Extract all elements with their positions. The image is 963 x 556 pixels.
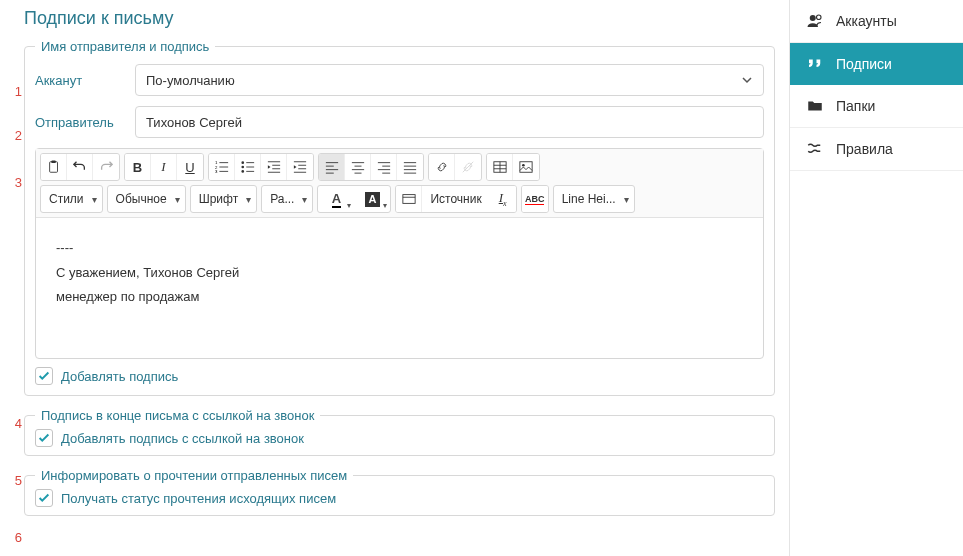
folder-icon	[806, 97, 824, 115]
italic-icon[interactable]: I	[151, 154, 177, 180]
lineheight-dropdown[interactable]: Line Hei...▾	[554, 186, 634, 212]
source-button-label: Источник	[430, 192, 481, 206]
source-button[interactable]: Источник	[422, 186, 489, 212]
font-dropdown[interactable]: Шрифт▾	[191, 186, 256, 212]
align-center-icon[interactable]	[345, 154, 371, 180]
chevron-down-icon: ▾	[383, 201, 387, 210]
unlink-icon[interactable]	[455, 154, 481, 180]
group-sender-legend: Имя отправителя и подпись	[35, 39, 215, 54]
size-dropdown[interactable]: Ра...▾	[262, 186, 312, 212]
sidebar: Аккаунты Подписи Папки Правила	[789, 0, 963, 556]
align-left-icon[interactable]	[319, 154, 345, 180]
sidebar-item-folders[interactable]: Папки	[790, 85, 963, 128]
chevron-down-icon: ▾	[347, 201, 351, 210]
add-signature-checkbox[interactable]	[35, 367, 53, 385]
check-icon	[37, 491, 51, 505]
sender-input[interactable]	[135, 106, 764, 138]
group-read-receipt-legend: Информировать о прочтении отправленных п…	[35, 468, 353, 483]
align-right-icon[interactable]	[371, 154, 397, 180]
account-select-value: По-умолчанию	[146, 73, 235, 88]
group-call-link: Подпись в конце письма с ссылкой на звон…	[24, 408, 775, 456]
styles-dropdown-label: Стили	[49, 192, 84, 206]
chevron-down-icon: ▾	[175, 194, 180, 205]
read-receipt-checkbox[interactable]	[35, 489, 53, 507]
chevron-down-icon: ▾	[92, 194, 97, 205]
svg-point-10	[241, 166, 244, 169]
sidebar-item-accounts[interactable]: Аккаунты	[790, 0, 963, 43]
indent-icon[interactable]	[287, 154, 313, 180]
list-bullet-icon[interactable]	[235, 154, 261, 180]
marker-4: 4	[6, 416, 22, 431]
font-dropdown-label: Шрифт	[199, 192, 238, 206]
add-signature-label: Добавлять подпись	[61, 369, 178, 384]
svg-rect-43	[520, 162, 532, 173]
svg-point-48	[817, 15, 822, 20]
text-color-button[interactable]: A▾	[318, 186, 354, 212]
marker-2: 2	[6, 128, 22, 143]
editor-toolbar: B I U 123	[36, 149, 763, 218]
bold-icon[interactable]: B	[125, 154, 151, 180]
svg-point-8	[241, 161, 244, 164]
svg-rect-0	[49, 162, 57, 173]
sidebar-item-rules[interactable]: Правила	[790, 128, 963, 171]
svg-rect-1	[51, 160, 55, 163]
marker-6: 6	[6, 530, 22, 545]
sidebar-item-label: Папки	[836, 98, 875, 114]
marker-1: 1	[6, 84, 22, 99]
marker-3: 3	[6, 175, 22, 190]
redo-icon[interactable]	[93, 154, 119, 180]
rules-icon	[806, 140, 824, 158]
list-ordered-icon[interactable]: 123	[209, 154, 235, 180]
sig-line-1: ----	[56, 236, 743, 261]
account-select[interactable]: По-умолчанию	[135, 64, 764, 96]
svg-point-12	[241, 170, 244, 173]
align-justify-icon[interactable]	[397, 154, 423, 180]
format-dropdown[interactable]: Обычное▾	[108, 186, 185, 212]
quotes-icon	[806, 55, 824, 73]
source-toggle-icon[interactable]	[396, 186, 422, 212]
svg-rect-45	[403, 195, 415, 204]
page-title: Подписи к письму	[14, 0, 775, 39]
styles-dropdown[interactable]: Стили▾	[41, 186, 102, 212]
table-icon[interactable]	[487, 154, 513, 180]
group-call-link-legend: Подпись в конце письма с ссылкой на звон…	[35, 408, 320, 423]
sidebar-item-label: Аккаунты	[836, 13, 897, 29]
outdent-icon[interactable]	[261, 154, 287, 180]
signature-editor: B I U 123	[35, 148, 764, 359]
sidebar-item-label: Подписи	[836, 56, 892, 72]
svg-point-44	[522, 164, 525, 167]
paste-icon[interactable]	[41, 154, 67, 180]
svg-text:3: 3	[215, 169, 218, 174]
chevron-down-icon: ▾	[624, 194, 629, 205]
check-icon	[37, 369, 51, 383]
chevron-down-icon: ▾	[246, 194, 251, 205]
sig-line-2: С уважением, Тихонов Сергей	[56, 261, 743, 286]
link-icon[interactable]	[429, 154, 455, 180]
call-link-label: Добавлять подпись с ссылкой на звонок	[61, 431, 304, 446]
size-dropdown-label: Ра...	[270, 192, 294, 206]
remove-format-icon[interactable]: Ix	[490, 186, 516, 212]
call-link-checkbox[interactable]	[35, 429, 53, 447]
svg-point-47	[810, 15, 816, 21]
sidebar-item-label: Правила	[836, 141, 893, 157]
sender-label: Отправитель	[35, 115, 135, 130]
group-sender-signature: Имя отправителя и подпись Акканут По-умо…	[24, 39, 775, 396]
read-receipt-label: Получать статус прочтения исходящих писе…	[61, 491, 336, 506]
sidebar-item-signatures[interactable]: Подписи	[790, 43, 963, 85]
bg-color-button[interactable]: A▾	[354, 186, 390, 212]
signature-body[interactable]: ---- С уважением, Тихонов Сергей менедже…	[36, 218, 763, 358]
undo-icon[interactable]	[67, 154, 93, 180]
check-icon	[37, 431, 51, 445]
spellcheck-icon[interactable]: ABC	[522, 186, 548, 212]
sig-line-3: менеджер по продажам	[56, 285, 743, 310]
chevron-down-icon	[741, 74, 753, 86]
users-icon	[806, 12, 824, 30]
lineheight-dropdown-label: Line Hei...	[562, 192, 616, 206]
chevron-down-icon: ▾	[302, 194, 307, 205]
group-read-receipt: Информировать о прочтении отправленных п…	[24, 468, 775, 516]
marker-5: 5	[6, 473, 22, 488]
format-dropdown-label: Обычное	[116, 192, 167, 206]
account-label: Акканут	[35, 73, 135, 88]
image-icon[interactable]	[513, 154, 539, 180]
underline-icon[interactable]: U	[177, 154, 203, 180]
